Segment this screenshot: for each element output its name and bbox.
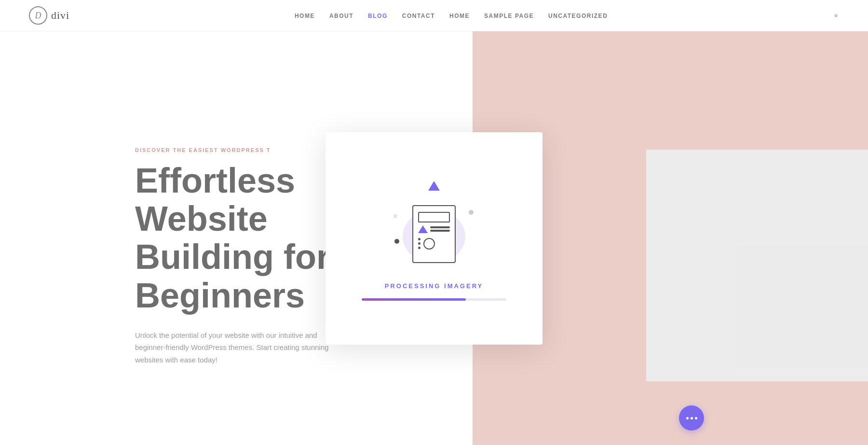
nav-about[interactable]: ABOUT <box>329 13 353 19</box>
logo[interactable]: D divi <box>29 6 69 25</box>
icon-doc-line2 <box>430 230 450 232</box>
processing-modal: ✕ <box>326 132 542 345</box>
icon-doc-header <box>418 212 450 222</box>
icon-top-triangle <box>428 181 440 191</box>
nav-home[interactable]: HOME <box>295 13 315 19</box>
icon-small-dot1 <box>418 238 420 240</box>
page-content: DISCOVER THE EASIEST WORDPRESS T Effortl… <box>0 31 868 445</box>
modal-processing-label: PROCESSING IMAGERY <box>385 282 483 290</box>
logo-text: divi <box>51 9 69 22</box>
modal-illustration: ✕ <box>386 181 482 268</box>
fab-dot2 <box>691 417 693 419</box>
icon-doc-triangle <box>418 225 428 233</box>
icon-dot-left <box>394 239 399 244</box>
progress-bar-container <box>362 298 506 301</box>
icon-doc-bottom <box>418 238 450 250</box>
nav-sample-page[interactable]: SAMPLE PAGE <box>484 13 534 19</box>
fab-dots-icon <box>686 417 697 419</box>
icon-small-dot2 <box>418 242 420 245</box>
logo-circle: D <box>29 6 47 25</box>
nav-blog[interactable]: BLOG <box>368 13 388 19</box>
icon-doc-circle <box>423 238 435 250</box>
icon-doc-line1 <box>430 226 450 228</box>
nav-menu: HOME ABOUT BLOG CONTACT HOME SAMPLE PAGE… <box>295 11 608 20</box>
modal-overlay: ✕ <box>0 31 868 445</box>
icon-doc-row1 <box>418 225 450 233</box>
nav-home2[interactable]: HOME <box>449 13 470 19</box>
progress-bar-fill <box>362 298 466 301</box>
icon-small-dot3 <box>418 247 420 249</box>
icon-doc-lines <box>430 226 450 232</box>
icon-doc-dots <box>418 238 420 249</box>
icon-document <box>412 205 456 263</box>
icon-x-mark: ✕ <box>393 212 398 220</box>
nav-contact[interactable]: CONTACT <box>402 13 435 19</box>
fab-button[interactable] <box>679 405 704 431</box>
search-button[interactable]: ⚬ <box>833 11 839 20</box>
nav-uncategorized[interactable]: UNCATEGORIZED <box>548 13 608 19</box>
navigation: D divi HOME ABOUT BLOG CONTACT HOME SAMP… <box>0 0 868 31</box>
fab-dot1 <box>686 417 689 419</box>
icon-dot-right <box>469 210 474 215</box>
fab-dot3 <box>695 417 697 419</box>
